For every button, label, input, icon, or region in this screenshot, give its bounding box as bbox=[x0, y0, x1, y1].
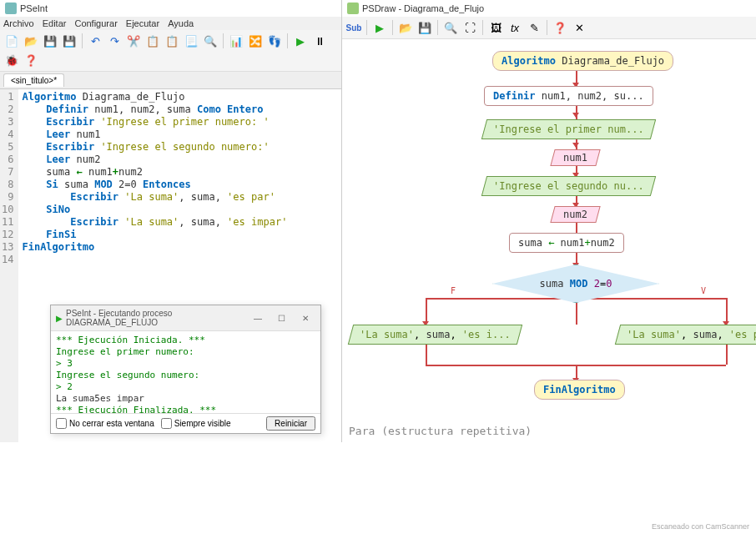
debug-icon[interactable]: 🐞 bbox=[3, 52, 20, 68]
menu-ayuda[interactable]: Ayuda bbox=[168, 18, 194, 28]
tab-sin-titulo[interactable]: <sin_titulo>* bbox=[3, 73, 64, 87]
find-icon[interactable]: 🔍 bbox=[202, 33, 219, 49]
flowchart-canvas[interactable]: Algoritmo Diagrama_de_Flujo Definir num1… bbox=[342, 39, 756, 442]
close-icon[interactable]: ✕ bbox=[571, 19, 587, 36]
right-toolbar: Sub ▶ 📂 💾 🔍 ⛶ 🖼 tx ✎ ❓ ✕ bbox=[342, 17, 756, 39]
help2-icon[interactable]: ❓ bbox=[552, 19, 568, 36]
open2-icon[interactable]: 📂 bbox=[397, 19, 414, 36]
right-title: PSDraw - Diagrama_de_Flujo bbox=[362, 3, 484, 13]
node-read1[interactable]: num1 bbox=[550, 149, 600, 166]
help-icon[interactable]: ❓ bbox=[23, 52, 39, 68]
close-exec-icon[interactable]: ✕ bbox=[295, 314, 315, 323]
minimize-icon[interactable]: — bbox=[248, 314, 268, 323]
pause-icon[interactable]: ⏸ bbox=[311, 33, 328, 49]
label-true: V bbox=[701, 286, 706, 295]
chk-no-cerrar[interactable]: No cerrar esta ventana bbox=[56, 418, 154, 429]
reiniciar-button[interactable]: Reiniciar bbox=[266, 416, 315, 431]
doc-icon[interactable]: 📃 bbox=[183, 33, 199, 49]
flow-icon[interactable]: 🔀 bbox=[247, 33, 264, 49]
save-icon[interactable]: 💾 bbox=[42, 33, 58, 49]
menubar: Archivo Editar Configurar Ejecutar Ayuda bbox=[0, 17, 341, 30]
exec-output[interactable]: *** Ejecución Iniciada. ***Ingrese el pr… bbox=[51, 331, 320, 413]
node-define[interactable]: Definir num1, num2, su... bbox=[484, 86, 653, 106]
redo-icon[interactable]: ↷ bbox=[106, 33, 123, 49]
node-true-branch[interactable]: 'La suma', suma, 'es pa bbox=[615, 325, 756, 345]
node-end[interactable]: FinAlgoritmo bbox=[534, 380, 625, 400]
zoom-icon[interactable]: 🔍 bbox=[442, 19, 459, 36]
exec-footer: No cerrar esta ventana Siempre visible R… bbox=[51, 413, 320, 433]
chart-icon[interactable]: 📊 bbox=[228, 33, 244, 49]
text-icon[interactable]: tx bbox=[507, 19, 523, 36]
node-start[interactable]: Algoritmo Diagrama_de_Flujo bbox=[492, 51, 673, 71]
psdraw-icon bbox=[347, 3, 359, 14]
pseint-icon bbox=[5, 3, 17, 14]
node-false-branch[interactable]: 'La suma', suma, 'es i... bbox=[348, 325, 522, 345]
save2-icon[interactable]: 💾 bbox=[416, 19, 433, 36]
left-title: PSeInt bbox=[20, 3, 48, 13]
psdraw-window: PSDraw - Diagrama_de_Flujo Sub ▶ 📂 💾 🔍 ⛶… bbox=[342, 0, 756, 442]
run-icon[interactable]: ▶ bbox=[292, 33, 309, 49]
copy-icon[interactable]: 📋 bbox=[144, 33, 161, 49]
run-flow-icon[interactable]: ▶ bbox=[371, 19, 388, 36]
menu-configurar[interactable]: Configurar bbox=[74, 18, 117, 28]
node-assign[interactable]: suma ← num1+num2 bbox=[509, 233, 624, 253]
cut-icon[interactable]: ✂️ bbox=[125, 33, 142, 49]
left-titlebar: PSeInt bbox=[0, 0, 341, 17]
node-write1[interactable]: 'Ingrese el primer num... bbox=[481, 119, 656, 139]
palette-hint: Para (estructura repetitiva) bbox=[349, 425, 532, 437]
execution-window: ▶ PSeInt - Ejecutando proceso DIAGRAMA_D… bbox=[50, 305, 321, 434]
fit-icon[interactable]: ⛶ bbox=[461, 19, 478, 36]
menu-ejecutar[interactable]: Ejecutar bbox=[126, 18, 159, 28]
exec-titlebar[interactable]: ▶ PSeInt - Ejecutando proceso DIAGRAMA_D… bbox=[51, 305, 320, 331]
chk-siempre-visible[interactable]: Siempre visible bbox=[161, 418, 231, 429]
menu-archivo[interactable]: Archivo bbox=[3, 18, 34, 28]
menu-editar[interactable]: Editar bbox=[43, 18, 67, 28]
edit-icon[interactable]: ✎ bbox=[526, 19, 542, 36]
label-false: F bbox=[451, 286, 456, 295]
step-icon[interactable]: 👣 bbox=[266, 33, 283, 49]
tabbar: <sin_titulo>* bbox=[0, 72, 341, 89]
node-write2[interactable]: 'Ingrese el segundo nu... bbox=[481, 176, 656, 196]
scan-watermark: Escaneado con CamScanner bbox=[652, 522, 749, 531]
right-titlebar: PSDraw - Diagrama_de_Flujo bbox=[342, 0, 756, 17]
new-icon[interactable]: 📄 bbox=[3, 33, 20, 49]
exec-title-text: PSeInt - Ejecutando proceso DIAGRAMA_DE_… bbox=[66, 309, 241, 327]
saveas-icon[interactable]: 💾 bbox=[61, 33, 78, 49]
undo-icon[interactable]: ↶ bbox=[87, 33, 103, 49]
open-icon[interactable]: 📂 bbox=[23, 33, 39, 49]
node-decision[interactable]: suma MOD 2=0 bbox=[492, 264, 659, 303]
left-toolbar: 📄 📂 💾 💾 ↶ ↷ ✂️ 📋 📋 📃 🔍 📊 🔀 👣 ▶ ⏸ 🐞 ❓ bbox=[0, 30, 341, 72]
export-icon[interactable]: 🖼 bbox=[487, 19, 504, 36]
maximize-icon[interactable]: ☐ bbox=[271, 314, 291, 323]
sub-icon[interactable]: Sub bbox=[345, 19, 362, 36]
paste-icon[interactable]: 📋 bbox=[164, 33, 180, 49]
node-read2[interactable]: num2 bbox=[550, 206, 600, 223]
